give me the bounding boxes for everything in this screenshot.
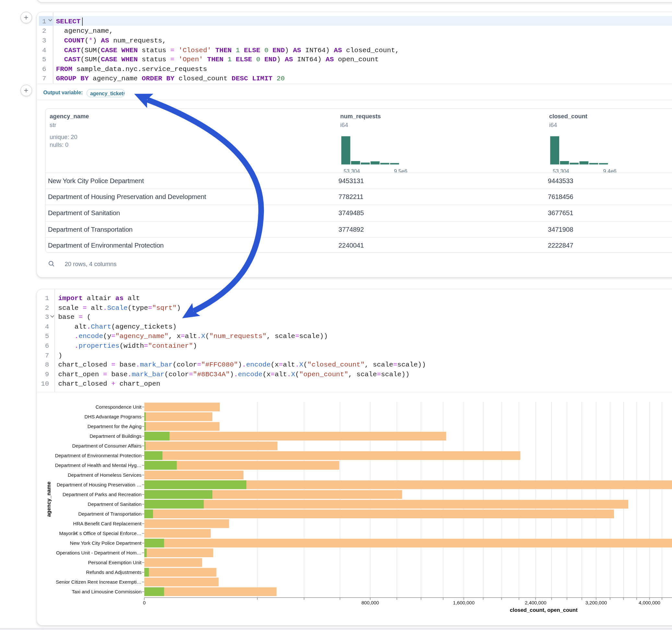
svg-text:agency_name: agency_name bbox=[46, 482, 51, 517]
svg-text:4,000,000: 4,000,000 bbox=[639, 600, 660, 605]
svg-text:Department of Buildings: Department of Buildings bbox=[90, 433, 141, 439]
svg-text:0: 0 bbox=[143, 600, 146, 605]
svg-text:Department of Consumer Affairs: Department of Consumer Affairs bbox=[72, 443, 142, 449]
svg-text:Senior Citizen Rent Increase E: Senior Citizen Rent Increase Exempti… bbox=[56, 579, 141, 585]
svg-text:closed_count, open_count: closed_count, open_count bbox=[510, 607, 578, 613]
svg-text:DHS Advantage Programs: DHS Advantage Programs bbox=[85, 414, 142, 419]
svg-text:3,200,000: 3,200,000 bbox=[585, 600, 607, 605]
svg-text:800,000: 800,000 bbox=[361, 600, 379, 605]
svg-text:New York City Police Departmen: New York City Police Department bbox=[70, 540, 142, 546]
svg-text:Department of Sanitation: Department of Sanitation bbox=[88, 501, 142, 507]
svg-text:Department of Housing Preserva: Department of Housing Preservation … bbox=[57, 482, 142, 487]
svg-text:Personal Exemption Unit: Personal Exemption Unit bbox=[88, 560, 142, 565]
svg-text:Department of Health and Menta: Department of Health and Mental Hyg… bbox=[55, 462, 142, 468]
svg-text:Taxi and Limousine Commission: Taxi and Limousine Commission bbox=[72, 589, 141, 595]
svg-text:Department of Parks and Recrea: Department of Parks and Recreation bbox=[63, 492, 141, 497]
svg-text:2,400,000: 2,400,000 bbox=[525, 600, 547, 605]
svg-text:Department of Homeless Service: Department of Homeless Services bbox=[68, 472, 142, 478]
svg-text:Department of Environmental Pr: Department of Environmental Protection bbox=[55, 453, 142, 458]
svg-text:1,600,000: 1,600,000 bbox=[453, 600, 475, 605]
svg-text:Department for the Aging: Department for the Aging bbox=[88, 423, 142, 429]
svg-text:Mayorâ€ s Office of Special En: Mayorâ€ s Office of Special Enforce… bbox=[59, 531, 141, 536]
svg-text:Operations Unit - Department o: Operations Unit - Department of Hom… bbox=[56, 550, 141, 555]
svg-text:Refunds and Adjustments: Refunds and Adjustments bbox=[86, 570, 142, 575]
svg-text:HRA Benefit Card Replacement: HRA Benefit Card Replacement bbox=[73, 521, 142, 526]
svg-text:Department of Transportation: Department of Transportation bbox=[78, 511, 141, 516]
svg-text:Correspondence Unit: Correspondence Unit bbox=[96, 404, 142, 410]
